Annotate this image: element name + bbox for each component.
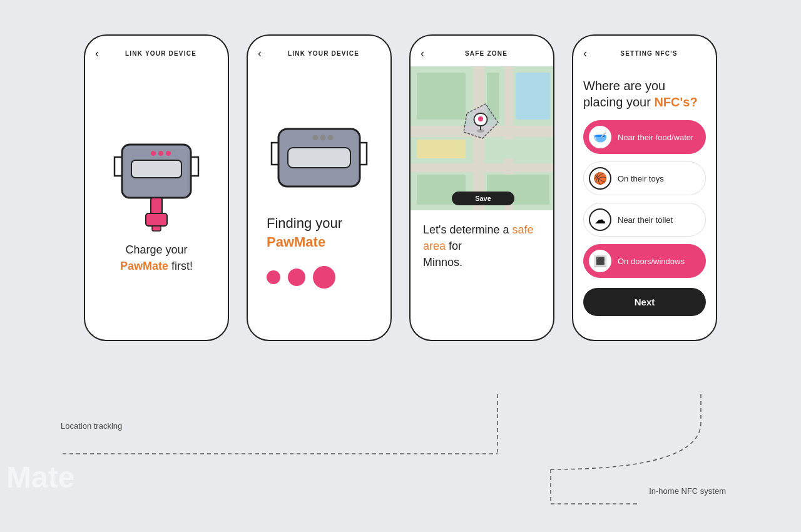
- svg-rect-18: [417, 73, 466, 120]
- svg-rect-21: [417, 140, 466, 158]
- phone1-back-arrow[interactable]: ‹: [95, 47, 99, 60]
- toilet-label: Near their toilet: [618, 215, 673, 225]
- svg-point-2: [151, 151, 156, 156]
- food-water-label: Near their food/water: [618, 133, 693, 142]
- phone3-back-arrow[interactable]: ‹: [421, 47, 424, 60]
- location-tracking-label: Location tracking: [61, 421, 122, 431]
- phone-3: ‹ SAFE ZONE: [409, 34, 554, 341]
- toys-icon: 🏀: [589, 167, 611, 190]
- phone2-title: LINK YOUR DEVICE: [267, 50, 380, 57]
- doors-label: On doors/windows: [618, 257, 685, 266]
- phone3-header: ‹ SAFE ZONE: [411, 36, 553, 66]
- svg-rect-20: [516, 73, 550, 120]
- phone4-header: ‹ SETTING NFC'S: [573, 36, 716, 66]
- phone2-dots: [260, 266, 378, 289]
- device-searching-illustration: [269, 118, 369, 199]
- phones-container: ‹ LINK YOUR DEVICE: [0, 0, 801, 341]
- phone2-header: ‹ LINK YOUR DEVICE: [248, 36, 390, 66]
- nfc-question-title: Where are you placing your NFC's?: [583, 78, 706, 110]
- dot-3: [313, 266, 335, 289]
- phone4-title: SETTING NFC'S: [592, 50, 706, 57]
- phone2-back-arrow[interactable]: ‹: [258, 47, 262, 60]
- nfc-next-button[interactable]: Next: [583, 288, 706, 316]
- nfc-option-food-water[interactable]: 🥣 Near their food/water: [583, 120, 706, 154]
- toys-label: On their toys: [618, 174, 664, 183]
- annotation-lines-svg: [0, 394, 801, 532]
- phone4-back-arrow[interactable]: ‹: [583, 47, 587, 60]
- phone1-charge-text: Charge your PawMate first!: [120, 242, 193, 274]
- phone3-map: Save: [411, 66, 553, 210]
- charging-device-illustration: [110, 132, 203, 232]
- phone3-title: SAFE ZONE: [429, 50, 543, 57]
- phone4-body: Where are you placing your NFC's? 🥣 Near…: [573, 66, 716, 340]
- nfc-system-label: In-home NFC system: [649, 486, 726, 496]
- phone3-bottom: Let's determine a safe area for Minnos.: [411, 210, 553, 340]
- svg-rect-28: [480, 126, 481, 130]
- dot-1: [267, 270, 280, 284]
- nfc-option-toilet[interactable]: ☁ Near their toilet: [583, 203, 706, 237]
- svg-rect-9: [288, 148, 350, 168]
- phone-1: ‹ LINK YOUR DEVICE: [84, 34, 229, 341]
- nfc-option-doors[interactable]: 🔳 On doors/windows: [583, 244, 706, 278]
- svg-text:Save: Save: [475, 195, 491, 202]
- phone-4: ‹ SETTING NFC'S Where are you placing yo…: [572, 34, 717, 341]
- map-svg: Save: [411, 66, 553, 210]
- svg-point-27: [478, 116, 483, 121]
- svg-rect-6: [146, 213, 167, 226]
- dot-2: [288, 269, 305, 286]
- svg-rect-1: [131, 160, 181, 178]
- svg-point-4: [166, 151, 171, 156]
- svg-point-10: [313, 135, 319, 140]
- phone1-title: LINK YOUR DEVICE: [104, 50, 218, 57]
- svg-rect-7: [152, 226, 161, 231]
- phone-2: ‹ LINK YOUR DEVICE Finding your PawMate: [247, 34, 392, 341]
- svg-point-3: [158, 151, 163, 156]
- svg-point-11: [320, 135, 326, 140]
- phone2-body: Finding your PawMate: [248, 66, 390, 340]
- nfc-option-toys[interactable]: 🏀 On their toys: [583, 161, 706, 195]
- toilet-icon: ☁: [589, 208, 611, 231]
- phone2-finding-text: Finding your PawMate: [260, 214, 378, 251]
- svg-point-12: [328, 135, 334, 140]
- phone1-header: ‹ LINK YOUR DEVICE: [85, 36, 228, 66]
- safe-zone-text: Let's determine a safe area for Minnos.: [423, 222, 541, 270]
- phone1-body: Charge your PawMate first!: [85, 66, 228, 340]
- doors-icon: 🔳: [589, 250, 611, 272]
- food-water-icon: 🥣: [589, 126, 611, 148]
- svg-rect-23: [487, 140, 549, 158]
